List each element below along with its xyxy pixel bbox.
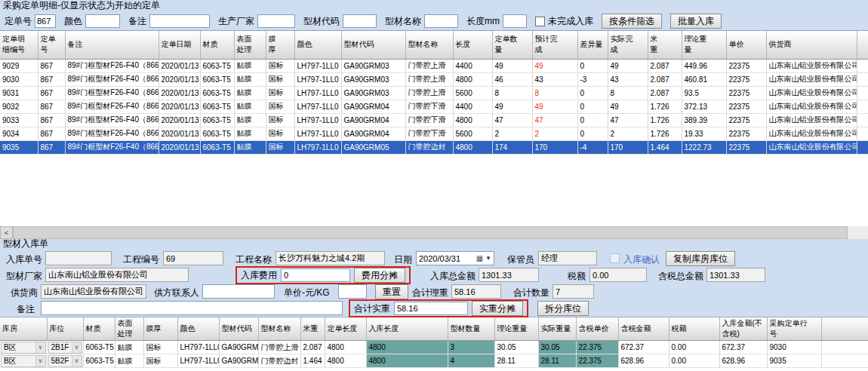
horizontal-scrollbar[interactable]: <: [0, 226, 868, 239]
weight-split-button[interactable]: 实重分摊: [472, 301, 523, 316]
profile-name-input[interactable]: [424, 14, 458, 28]
table-row[interactable]: 902986789#门框型材F26-F40（866+867）2020/01/13…: [0, 59, 868, 72]
combo-select[interactable]: B区∨: [0, 341, 47, 354]
col-header-qty[interactable]: 型材数量: [448, 317, 494, 341]
col-header-tax[interactable]: 税额: [669, 317, 719, 341]
project-name-field[interactable]: [275, 251, 385, 265]
date-picker[interactable]: 2020/03/31 ▦ ▼: [416, 251, 494, 265]
theory-weight-field[interactable]: [451, 284, 501, 299]
col-header-taxed-price[interactable]: 含税单价: [576, 317, 618, 341]
col-header-film[interactable]: 膜厚: [143, 317, 177, 341]
col-header-taxed-amount[interactable]: 含税金额: [618, 317, 669, 341]
tax-field[interactable]: [589, 268, 647, 282]
table-row[interactable]: B区∨5B2F∨6063-T5贴膜国标LH797-1LL0GA90GRM05门带…: [0, 354, 868, 368]
reset-button[interactable]: 重置: [375, 284, 408, 299]
col-header-profile-code[interactable]: 型材代码: [219, 317, 258, 341]
col-header-order-no[interactable]: 定单 号: [38, 31, 65, 59]
col-header-theory-weight[interactable]: 理论重 量: [682, 31, 726, 59]
col-header-meter-weight[interactable]: 米 重: [648, 31, 682, 59]
col-header-surface[interactable]: 表面 处理: [234, 31, 266, 59]
table-row[interactable]: 903286789#门框型材F26-F40（866+867）2020/01/13…: [0, 100, 868, 113]
table-row[interactable]: 903186789#门框型材F26-F40（866+867）2020/01/13…: [0, 86, 868, 100]
chevron-down-icon[interactable]: ∨: [35, 342, 45, 353]
remark-field[interactable]: [41, 301, 343, 315]
table-row[interactable]: 903086789#门框型材F26-F40（866+867）2020/01/13…: [0, 72, 868, 86]
col-header-order-qty[interactable]: 定单数 量: [492, 31, 532, 59]
calendar-icon[interactable]: ▦: [476, 254, 483, 262]
combo-select[interactable]: 2B1F∨: [47, 341, 83, 354]
date-dropdown-arrow-icon[interactable]: ▼: [485, 255, 491, 262]
unfinished-checkbox[interactable]: [535, 17, 545, 26]
combo-select[interactable]: 5B2F∨: [47, 354, 83, 368]
col-header-material[interactable]: 材质: [83, 317, 115, 341]
col-header-color[interactable]: 颜色: [294, 31, 341, 59]
col-header-order-date[interactable]: 定单日期: [159, 31, 200, 59]
fee-field[interactable]: [281, 268, 350, 282]
fee-split-button[interactable]: 费用分摊: [354, 268, 405, 283]
header-row: 定单明 细编号 定单 号 备注 定单日期 材质 表面 处理 膜 厚 颜色 型材代…: [0, 31, 868, 59]
col-header-surface[interactable]: 表面 处理: [115, 317, 143, 341]
copy-location-button[interactable]: 复制库房库位: [666, 251, 735, 266]
col-header-amount-notax[interactable]: 入库金额(不 含税): [719, 317, 767, 341]
col-header-profile-name[interactable]: 型材名称: [258, 317, 300, 341]
col-header-film[interactable]: 膜 厚: [266, 31, 294, 59]
table-cell: [821, 341, 868, 354]
filter-button[interactable]: 按条件筛选: [602, 14, 662, 29]
length-input[interactable]: [503, 14, 527, 28]
col-header-inbound-length[interactable]: 入库长度: [366, 317, 448, 341]
table-cell: 9031: [0, 86, 38, 100]
col-header-diff[interactable]: 差异量: [577, 31, 608, 59]
chevron-down-icon[interactable]: ∨: [35, 356, 45, 366]
col-header-theory-weight[interactable]: 理论重量: [494, 317, 538, 341]
col-header-actual-weight[interactable]: 实际重量: [538, 317, 576, 341]
chevron-down-icon[interactable]: ∨: [72, 342, 82, 353]
actual-weight-field[interactable]: [394, 302, 468, 315]
col-header-po-line[interactable]: 采购定单行 号: [767, 317, 821, 341]
order-no-input[interactable]: [35, 14, 56, 28]
col-header-supplier[interactable]: 供货商: [766, 31, 857, 59]
col-header-color[interactable]: 颜色: [177, 317, 219, 341]
col-header-order-length[interactable]: 定单长度: [325, 317, 366, 341]
remark-input[interactable]: [149, 14, 210, 28]
table-row[interactable]: B区∨2B1F∨6063-T5贴膜国标LH797-1LL0GA90GRM03门带…: [0, 341, 868, 354]
col-header-material[interactable]: 材质: [200, 31, 234, 59]
col-header-detail-no[interactable]: 定单明 细编号: [0, 31, 38, 59]
table-cell: 国标: [143, 354, 177, 368]
maker-input[interactable]: [257, 14, 295, 28]
contact-field[interactable]: [202, 284, 275, 299]
table-row[interactable]: 903486789#门框型材F26-F40（866+867）2020/01/13…: [0, 127, 868, 140]
color-input[interactable]: [85, 14, 120, 28]
col-header-warehouse[interactable]: 库房: [0, 317, 47, 341]
chevron-down-icon[interactable]: ∨: [72, 356, 82, 366]
scrollbar-thumb[interactable]: [13, 226, 848, 239]
entry-no-field[interactable]: [45, 251, 112, 265]
table-cell: 4800: [325, 341, 366, 354]
total-qty-field[interactable]: [553, 284, 594, 299]
total-amount-field[interactable]: [479, 268, 539, 282]
split-location-button[interactable]: 拆分库位: [537, 301, 589, 316]
col-header-unit-price[interactable]: 单价: [726, 31, 766, 59]
col-header-profile-code[interactable]: 型材代码: [341, 31, 405, 59]
col-header-expected[interactable]: 预计完 成: [532, 31, 577, 59]
batch-inbound-button[interactable]: 批量入库: [670, 14, 722, 29]
table-cell: 1.726: [648, 127, 682, 140]
confirm-checkbox[interactable]: [610, 253, 620, 263]
table-row[interactable]: 903386789#门框型材F26-F40（866+867）2020/01/13…: [0, 113, 868, 127]
col-header-length[interactable]: 长度: [453, 31, 492, 59]
factory-field[interactable]: [45, 268, 189, 282]
keeper-field[interactable]: [538, 251, 597, 265]
col-header-remark[interactable]: 备注: [65, 31, 159, 59]
tax-total-field[interactable]: [706, 268, 765, 282]
col-header-profile-name[interactable]: 型材名称: [405, 31, 453, 59]
table-row[interactable]: 903586789#门框型材F26-F40（866+867）2020/01/13…: [0, 140, 868, 154]
table-cell: 贴膜: [115, 341, 143, 354]
profile-code-input[interactable]: [343, 14, 377, 28]
scroll-left-button[interactable]: <: [0, 226, 13, 239]
combo-select[interactable]: B区∨: [0, 354, 47, 368]
supplier-field[interactable]: [41, 284, 146, 299]
col-header-location[interactable]: 库位: [47, 317, 83, 341]
col-header-actual[interactable]: 实际完 成: [608, 31, 648, 59]
unit-price-field[interactable]: [338, 284, 367, 299]
col-header-meter-weight[interactable]: 米重: [300, 317, 325, 341]
project-no-field[interactable]: [163, 251, 223, 265]
